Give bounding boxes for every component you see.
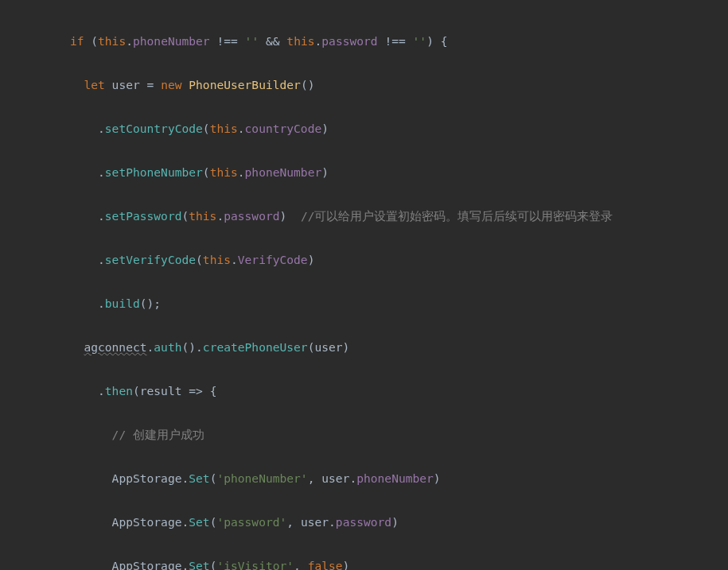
code-line: let user = new PhoneUserBuilder() [0,74,728,96]
code-line: .setPhoneNumber(this.phoneNumber) [0,161,728,184]
code-line: AppStorage.Set('isVisitor', false) [0,555,728,571]
code-line: AppStorage.Set('password', user.password… [0,511,728,533]
code-line: .build(); [0,293,728,315]
code-editor[interactable]: if (this.phoneNumber !== '' && this.pass… [0,0,728,570]
code-line: .then(result => { [0,380,728,402]
code-line: if (this.phoneNumber !== '' && this.pass… [0,30,728,52]
code-line: AppStorage.Set('phoneNumber', user.phone… [0,467,728,490]
code-line: .setPassword(this.password) //可以给用户设置初始密… [0,205,728,227]
code-line: .setVerifyCode(this.VerifyCode) [0,249,728,271]
code-line: // 创建用户成功 [0,424,728,446]
code-line: agconnect.auth().createPhoneUser(user) [0,336,728,359]
code-line: .setCountryCode(this.countryCode) [0,118,728,140]
